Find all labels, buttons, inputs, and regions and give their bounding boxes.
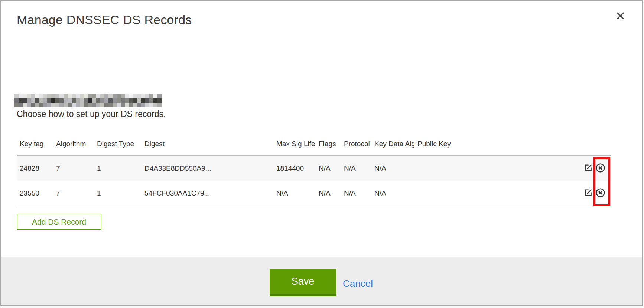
col-key-tag: Key tag xyxy=(17,132,53,155)
cell-actions xyxy=(581,181,611,206)
table-header-row: Key tag Algorithm Digest Type Digest Max… xyxy=(17,132,611,155)
edit-icon xyxy=(584,193,593,198)
table-row: 2482871D4A33E8DD550A9...1814400N/AN/AN/A xyxy=(17,155,611,181)
delete-record-button[interactable] xyxy=(595,163,605,174)
cell-protocol: N/A xyxy=(341,181,371,206)
cell-digest: 54FCF030AA1C79... xyxy=(142,181,273,206)
instruction-text: Choose how to set up your DS records. xyxy=(17,109,166,119)
col-flags: Flags xyxy=(316,132,341,155)
cell-key-data-alg: N/A xyxy=(371,155,414,181)
col-algorithm: Algorithm xyxy=(53,132,94,155)
col-public-key: Public Key xyxy=(414,132,581,155)
cell-public-key xyxy=(414,155,581,181)
cell-digest: D4A33E8DD550A9... xyxy=(142,155,273,181)
edit-icon xyxy=(584,168,593,173)
edit-record-button[interactable] xyxy=(584,163,593,173)
cell-actions xyxy=(581,155,611,181)
cell-algorithm: 7 xyxy=(53,181,94,206)
col-actions xyxy=(581,132,611,155)
table-body: 2482871D4A33E8DD550A9...1814400N/AN/AN/A… xyxy=(17,155,611,206)
cell-max-sig-life: N/A xyxy=(273,181,316,206)
cell-max-sig-life: 1814400 xyxy=(273,155,316,181)
close-icon xyxy=(615,11,625,22)
delete-record-button[interactable] xyxy=(595,188,605,199)
add-ds-record-button[interactable]: Add DS Record xyxy=(17,214,101,230)
col-digest-type: Digest Type xyxy=(94,132,142,155)
cell-digest-type: 1 xyxy=(94,181,142,206)
cell-key-tag: 23550 xyxy=(17,181,53,206)
cancel-link[interactable]: Cancel xyxy=(343,278,373,289)
redacted-domain-name xyxy=(14,94,162,107)
delete-icon xyxy=(595,168,605,174)
table-row: 235507154FCF030AA1C79...N/AN/AN/AN/A xyxy=(17,181,611,206)
cell-flags: N/A xyxy=(316,155,341,181)
col-max-sig-life: Max Sig Life xyxy=(273,132,316,155)
col-protocol: Protocol xyxy=(341,132,371,155)
cell-algorithm: 7 xyxy=(53,155,94,181)
cell-key-data-alg: N/A xyxy=(371,181,414,206)
edit-record-button[interactable] xyxy=(584,188,593,198)
ds-records-table: Key tag Algorithm Digest Type Digest Max… xyxy=(17,132,611,206)
cell-digest-type: 1 xyxy=(94,155,142,181)
close-button[interactable] xyxy=(613,9,627,23)
cell-flags: N/A xyxy=(316,181,341,206)
col-key-data-alg: Key Data Alg xyxy=(371,132,414,155)
cell-key-tag: 24828 xyxy=(17,155,53,181)
delete-icon xyxy=(595,193,605,199)
col-digest: Digest xyxy=(142,132,273,155)
cell-public-key xyxy=(414,181,581,206)
manage-dnssec-modal: Manage DNSSEC DS Records Choose how to s… xyxy=(0,0,643,306)
page-title: Manage DNSSEC DS Records xyxy=(17,13,192,27)
cell-protocol: N/A xyxy=(341,155,371,181)
save-button[interactable]: Save xyxy=(270,269,336,296)
